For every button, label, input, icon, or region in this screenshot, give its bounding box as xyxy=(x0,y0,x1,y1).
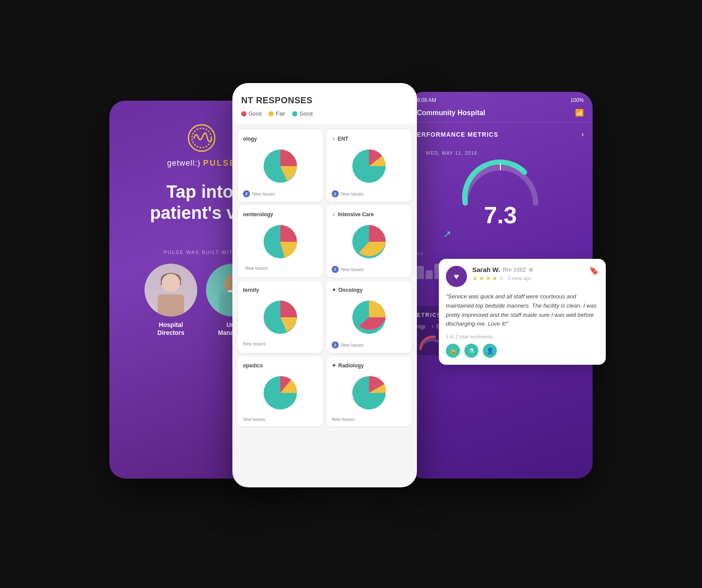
bar-1 xyxy=(417,266,424,279)
legend-row: Good Fair Good xyxy=(241,111,408,117)
legend-label-good: Good xyxy=(300,111,312,117)
legend-fair: Fair xyxy=(268,111,285,117)
logo-getwell: getwell:) xyxy=(167,159,200,168)
chevron-right-icon[interactable]: › xyxy=(581,130,584,139)
dept-name-1: ology xyxy=(243,136,318,142)
pie-5 xyxy=(261,298,300,337)
status-bar: 8:08 AM 100% xyxy=(408,92,593,107)
pie-2 xyxy=(349,146,389,186)
issues-label-8: New Issues xyxy=(332,417,355,422)
issues-row-1: 2 New Issues xyxy=(243,190,318,197)
issues-label-1: New Issues xyxy=(252,192,275,196)
review-timestamp: 2 mins ago xyxy=(508,276,532,281)
pie-4 xyxy=(349,222,389,261)
responses-header: NT RESPONSES Good Fair Good xyxy=(232,83,417,124)
wifi-icon: 📶 xyxy=(575,109,584,117)
tag-lock[interactable]: 🔒 xyxy=(446,344,460,358)
dept-name-7: opedics xyxy=(243,363,318,369)
pie-8 xyxy=(349,373,389,413)
issues-badge-2: 2 xyxy=(332,190,339,197)
chart-cell-2: ♀ ENT 2 New Issues xyxy=(326,130,412,202)
pie-3 xyxy=(261,222,300,261)
avatar-label-1: HospitalDirectors xyxy=(157,321,184,337)
head-female xyxy=(162,274,180,292)
dept-name-5: ternity xyxy=(243,287,318,293)
gauge-area: WED, MAY 11, 2016 7.3 ↗ xyxy=(408,146,593,249)
bookmark-icon[interactable]: 🔖 xyxy=(589,266,599,276)
time-display: 8:08 AM xyxy=(417,97,436,103)
star-3: ★ xyxy=(485,275,491,282)
tag-flask[interactable]: ⚗ xyxy=(464,344,478,358)
legend-dot-poor xyxy=(241,111,246,116)
chart-cell-4: ♂ Intensive Care 3 New Issues xyxy=(326,205,412,277)
sentiment-avatar: ♥ xyxy=(446,266,467,287)
legend-label-fair: Fair xyxy=(276,111,285,117)
chart-cell-6: ✦ Oncology 2 New Issues xyxy=(326,281,412,353)
issues-label-7: Vew Issues xyxy=(243,417,265,422)
issues-badge-4: 3 xyxy=(332,266,339,273)
dept-name-2: ♀ ENT xyxy=(332,136,406,142)
dept-name-4: ♂ Intensive Care xyxy=(332,211,406,218)
issues-label-4: New Issues xyxy=(341,267,364,272)
chart-cell-7: opedics Vew Issues xyxy=(238,356,323,426)
hospital-name: Community Hospital xyxy=(417,109,485,117)
pie-1 xyxy=(261,146,300,186)
room-label: Rm 1082 xyxy=(503,266,526,273)
issues-badge-1: 2 xyxy=(243,190,250,197)
issues-label-3: New Issues xyxy=(245,266,268,271)
chart-cell-5: ternity New Issues xyxy=(238,281,323,353)
dept-name-8: ✦ Radiology xyxy=(332,363,406,369)
charts-grid: ology 2 New Issues ♀ ENT xyxy=(232,124,417,432)
main-scene: getwell:) PULSE Tap into your patient's … xyxy=(109,74,593,514)
issues-label-6: New Issues xyxy=(341,343,364,348)
tag-person[interactable]: 👤 xyxy=(483,344,497,358)
issues-row-6: 2 New Issues xyxy=(332,341,406,348)
issues-row-8: New Issues xyxy=(332,417,406,422)
issues-row-7: Vew Issues xyxy=(243,417,318,422)
legend-best: Good xyxy=(292,111,312,117)
sentiment-header: ♥ Sarah W. Rm 1082 ⚙ ★ ★ ★ ★ ★ 2 mins ag… xyxy=(446,266,599,287)
logo-area: getwell:) PULSE xyxy=(167,123,236,168)
gauge-svg xyxy=(456,159,544,207)
body-female xyxy=(158,294,184,316)
legend-good: Good xyxy=(241,111,261,117)
avatar-hospital-directors: HospitalDirectors xyxy=(145,264,197,337)
hospital-row: Community Hospital 📶 xyxy=(408,107,593,123)
star-1: ★ xyxy=(472,275,478,282)
trend-up-icon: ↗ xyxy=(443,229,451,240)
user-info: Sarah W. Rm 1082 ⚙ ★ ★ ★ ★ ★ 2 mins ago xyxy=(472,266,584,282)
sentiment-count: 1 of 2 total sentiments xyxy=(446,334,599,339)
star-2: ★ xyxy=(479,275,485,282)
built-with-label: PULSE WAS BUILT WITH: xyxy=(163,250,239,255)
issues-row-3: New Issues xyxy=(243,266,318,271)
logo-pulse: PULSE xyxy=(203,159,236,168)
issues-row-2: 2 New Issues xyxy=(332,190,406,197)
pie-7 xyxy=(261,373,300,413)
logo-text: getwell:) PULSE xyxy=(167,159,236,168)
gauge-score: 7.3 xyxy=(484,203,517,227)
stars-row: ★ ★ ★ ★ ★ 2 mins ago xyxy=(472,275,584,282)
perf-title: ERFORMANCE METRICS xyxy=(417,131,498,138)
issues-label-5: New Issues xyxy=(243,341,266,346)
issues-badge-6: 2 xyxy=(332,341,339,348)
ent-icon: ♀ xyxy=(431,323,434,330)
dept-name-6: ✦ Oncology xyxy=(332,287,406,293)
star-5: ★ xyxy=(499,275,504,282)
female-figure xyxy=(151,270,191,316)
avatar-female xyxy=(145,264,197,316)
sentiment-tags-row: 🔒 ⚗ 👤 xyxy=(446,344,599,358)
responses-title: NT RESPONSES xyxy=(241,95,408,105)
card-responses: NT RESPONSES Good Fair Good ology xyxy=(232,83,417,487)
legend-dot-fair xyxy=(268,111,274,116)
legend-label-poor: Good xyxy=(249,111,261,117)
issues-row-5: New Issues xyxy=(243,341,318,346)
chart-cell-8: ✦ Radiology New Issues xyxy=(326,356,412,426)
bar-2 xyxy=(426,270,433,279)
sentiment-user-name: Sarah W. xyxy=(472,266,500,273)
bottom-dept-1: ogy xyxy=(417,323,425,330)
heart-icon: ♥ xyxy=(454,272,459,282)
issues-row-4: 3 New Issues xyxy=(332,266,406,273)
chart-cell-3: oenterology New Issues xyxy=(238,205,323,277)
chart-cell-1: ology 2 New Issues xyxy=(238,130,323,202)
pie-6 xyxy=(349,298,389,337)
